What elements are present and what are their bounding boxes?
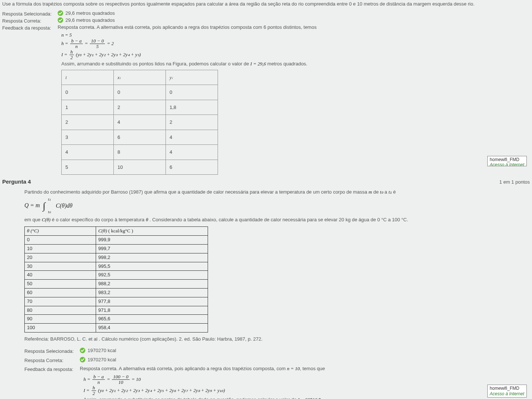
q3-correct-text: 29,6 metros quadrados — [65, 17, 115, 23]
question4-points: 1 em 1 pontos — [499, 179, 530, 185]
q4-reference: Referência: BARROSO, L. C. et al . Cálcu… — [24, 335, 530, 343]
check-icon — [58, 17, 63, 23]
q4-Q-equation: Q = m ∫ t₁ t₀ C(θ)dθ — [24, 198, 530, 214]
q4-I-eq: I = h2 (y₀ + 2y₁ + 2y₂ + 2y₃ + 2y₄ + 2y₅… — [83, 385, 530, 396]
q4-h-eq: h = b − an = 100 − 010 = 10 — [83, 374, 530, 385]
q3-feedback-lead: Resposta correta. A alternativa está cor… — [58, 24, 530, 30]
q4-correct-value: 1970270 kcal — [80, 356, 530, 364]
wifi-ssid: homewifi_FMD — [490, 157, 524, 162]
wifi-status: Acesso à Internet — [490, 391, 524, 396]
check-icon — [80, 357, 85, 362]
wifi-popup[interactable]: homewifi_FMD Acesso à Internet — [487, 156, 527, 166]
q4-data-table: θ (°C) C(θ) ( kcal/kg°C ) 0999,9 10999,7… — [24, 226, 208, 332]
q4-feedback-lead: Resposta correta. A alternativa está cor… — [80, 365, 530, 373]
question4-title: Pergunta 4 — [2, 178, 31, 185]
q4-correct-text: 1970270 kcal — [88, 357, 116, 362]
q4-selected-label: Resposta Selecionada: — [24, 347, 80, 355]
q3-correct-value: 29,6 metros quadrados — [58, 17, 530, 23]
question3-prompt: Use a fórmula dos trapézios composta sob… — [2, 1, 530, 7]
check-icon — [80, 348, 85, 353]
q3-data-table: i xᵢ yᵢ 000 121,8 242 364 484 5106 — [61, 70, 218, 175]
q3-feedback-math: n = 5 h = b − an = 10 − 05 = 2 I = h2 (y… — [61, 31, 530, 175]
q4-th-theta: θ (°C) — [25, 227, 96, 236]
table-row: 000 — [62, 85, 218, 100]
wifi-status: Acesso à Internet — [490, 162, 524, 166]
check-icon — [58, 10, 63, 16]
q3-conclusion: Assim, arrumando e substituindo os ponto… — [61, 60, 530, 68]
q3-th-yi: yᵢ — [166, 70, 218, 85]
table-row: 30995,5 — [25, 262, 208, 271]
table-row: 10999,7 — [25, 245, 208, 253]
q4-feedback-math: h = b − an = 100 − 010 = 10 I = h2 (y₀ +… — [83, 374, 530, 399]
table-row: 100958,4 — [25, 324, 208, 332]
table-row: 80971,8 — [25, 306, 208, 315]
table-row: 364 — [62, 130, 218, 145]
q3-correct-label: Resposta Correta: — [2, 17, 58, 24]
table-row: 40992,5 — [25, 271, 208, 280]
q4-selected-text: 1970270 kcal — [88, 348, 116, 353]
q4-selected-value: 1970270 kcal — [80, 347, 530, 355]
table-row: 70977,8 — [25, 297, 208, 306]
table-row: 50988,2 — [25, 280, 208, 289]
q4-feedback-label: Feedback da resposta: — [24, 365, 80, 374]
q3-feedback-label: Feedback da resposta: — [2, 24, 58, 31]
wifi-popup[interactable]: homewifi_FMD Acesso à Internet — [487, 385, 527, 398]
table-row: 484 — [62, 145, 218, 160]
table-row: 20998,2 — [25, 253, 208, 262]
q4-th-C: C(θ) ( kcal/kg°C ) — [96, 227, 208, 236]
q4-def: em que C(θ) é o calor específico do corp… — [24, 216, 530, 224]
q3-I-eq: I = h2 (y₀ + 2y₁ + 2y₂ + 2y₃ + 2y₄ + y₅) — [61, 50, 530, 61]
q4-conclusion: Assim, arrumando e substituindo os ponto… — [83, 396, 530, 399]
q3-th-xi: xᵢ — [114, 70, 166, 85]
q4-intro: Partindo do conhecimento adquirido por B… — [24, 188, 530, 196]
q3-th-i: i — [62, 70, 114, 85]
q3-selected-value: 29,6 metros quadrados — [58, 10, 530, 16]
table-row: 90965,6 — [25, 315, 208, 324]
table-row: 60983,2 — [25, 289, 208, 297]
wifi-ssid: homewifi_FMD — [490, 386, 524, 391]
q3-n-eq: n = 5 — [61, 31, 530, 39]
q3-h-eq: h = b − an = 10 − 05 = 2 — [61, 38, 530, 50]
q3-selected-text: 29,6 metros quadrados — [65, 10, 115, 16]
q3-selected-label: Resposta Selecionada: — [2, 10, 58, 17]
table-row: 121,8 — [62, 100, 218, 115]
question4-body: Partindo do conhecimento adquirido por B… — [24, 188, 530, 399]
table-row: 0999,9 — [25, 236, 208, 245]
table-row: 242 — [62, 115, 218, 130]
table-row: 5106 — [62, 160, 218, 175]
q4-correct-label: Resposta Correta: — [24, 356, 80, 365]
